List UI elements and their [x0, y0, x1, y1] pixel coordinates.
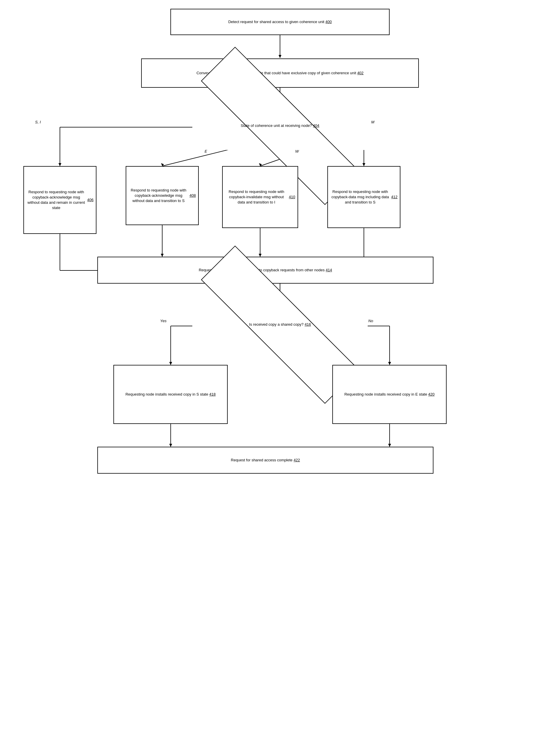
- svg-marker-10: [259, 163, 262, 166]
- svg-marker-18: [161, 254, 164, 257]
- label-no: No: [368, 319, 373, 323]
- svg-marker-33: [169, 444, 172, 447]
- node-410: Respond to requesting node with copyback…: [222, 166, 298, 228]
- node-420: Requesting node installs received copy i…: [332, 365, 447, 424]
- node-412: Respond to requesting node with copyback…: [327, 166, 400, 228]
- label-m: M: [371, 120, 374, 124]
- svg-marker-1: [279, 55, 281, 58]
- node-400: Detect request for shared access to give…: [170, 9, 390, 35]
- node-408: Respond to requesting node with copyback…: [126, 166, 199, 225]
- node-404: State of coherence unit at receiving nod…: [192, 102, 368, 150]
- node-402: Convey copyback request to each node tha…: [141, 58, 419, 88]
- node-418: Requesting node installs received copy i…: [113, 365, 228, 424]
- label-si: S, I: [35, 120, 41, 124]
- svg-marker-20: [259, 254, 262, 257]
- label-e: E: [205, 149, 207, 153]
- svg-marker-13: [362, 163, 365, 166]
- svg-marker-6: [58, 163, 61, 166]
- svg-marker-31: [388, 362, 391, 365]
- flowchart: Detect request for shared access to give…: [0, 0, 560, 735]
- svg-marker-28: [169, 362, 172, 365]
- node-422: Request for shared access complete 422: [97, 447, 433, 474]
- svg-marker-8: [161, 163, 164, 166]
- svg-marker-35: [388, 444, 391, 447]
- node-406: Respond to requesting node with copyback…: [23, 166, 96, 234]
- label-yes: Yes: [160, 319, 167, 323]
- label-w: W: [295, 149, 299, 153]
- node-416: Is received copy a shared copy? 416: [192, 300, 368, 349]
